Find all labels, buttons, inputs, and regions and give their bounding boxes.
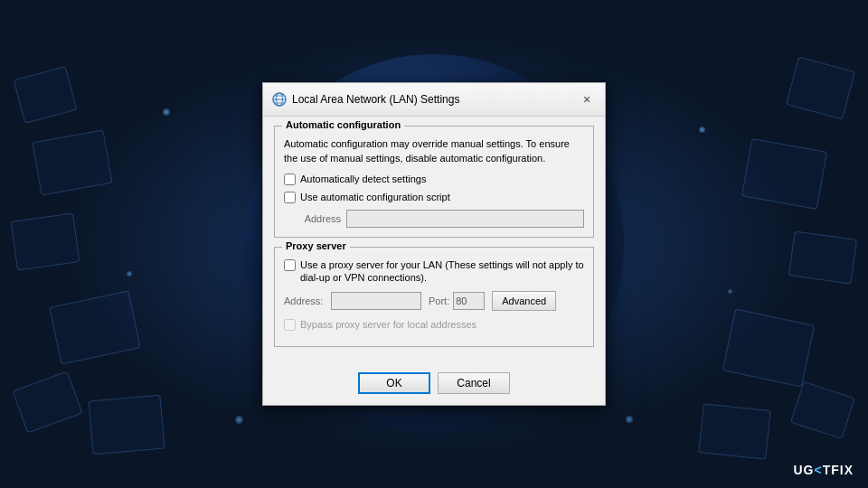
auto-config-group: Automatic configuration Automatic config… [274,126,594,237]
auto-address-input[interactable] [346,210,584,228]
bypass-proxy-checkbox[interactable] [284,319,296,331]
use-proxy-row: Use a proxy server for your LAN (These s… [284,258,584,285]
watermark-text-before: UG [793,463,814,477]
proxy-server-group: Proxy server Use a proxy server for your… [274,247,594,347]
advanced-button[interactable]: Advanced [492,291,556,311]
auto-script-checkbox[interactable] [284,192,296,203]
proxy-server-label: Proxy server [282,240,350,251]
glow-dot [626,416,633,423]
deco-rect [89,395,165,455]
proxy-addr-label: Address: [284,296,327,306]
auto-address-label: Address [300,213,341,224]
ok-button[interactable]: OK [358,372,430,394]
deco-rect [14,66,78,124]
detect-settings-label[interactable]: Automatically detect settings [300,173,426,185]
deco-rect [722,308,816,387]
bypass-row: Bypass proxy server for local addresses [284,318,584,331]
cancel-button[interactable]: Cancel [438,372,510,394]
dialog-container: Local Area Network (LAN) Settings × Auto… [262,82,606,405]
dialog-body: Automatic configuration Automatic config… [263,117,605,364]
glow-dot [728,289,732,294]
deco-rect [698,403,770,460]
proxy-addr-row: Address: Port: Advanced [284,291,584,311]
network-icon [272,92,287,107]
deco-rect [790,381,855,439]
watermark-arrow: < [814,463,822,477]
proxy-address-input[interactable] [331,292,421,310]
use-proxy-checkbox[interactable] [284,259,296,271]
detect-settings-checkbox[interactable] [284,174,296,185]
dialog-titlebar: Local Area Network (LAN) Settings × [263,83,605,117]
deco-rect [786,57,855,120]
deco-rect [32,130,112,196]
auto-script-row: Use automatic configuration script [284,191,584,203]
port-input[interactable] [453,292,485,310]
lan-settings-dialog: Local Area Network (LAN) Settings × Auto… [262,82,606,405]
detect-settings-row: Automatically detect settings [284,173,584,185]
use-proxy-label[interactable]: Use a proxy server for your LAN (These s… [300,258,584,285]
port-label: Port: [429,296,449,306]
deco-rect [11,212,80,270]
bypass-proxy-label[interactable]: Bypass proxy server for local addresses [300,318,476,331]
deco-rect [788,230,857,284]
deco-rect [12,371,82,433]
glow-dot [235,416,243,424]
deco-rect [49,290,141,364]
close-button[interactable]: × [578,90,596,108]
glow-dot [699,127,705,133]
deco-rect [741,138,827,210]
watermark: UG<TFIX [793,463,854,477]
dialog-title: Local Area Network (LAN) Settings [292,93,572,106]
watermark-text-after: TFIX [823,463,854,477]
glow-dot [163,108,170,116]
auto-config-description: Automatic configuration may override man… [284,137,584,165]
glow-dot [127,271,132,277]
auto-address-row: Address [284,210,584,228]
auto-script-label[interactable]: Use automatic configuration script [300,191,450,203]
auto-config-label: Automatic configuration [282,119,404,130]
dialog-footer: OK Cancel [263,365,605,405]
